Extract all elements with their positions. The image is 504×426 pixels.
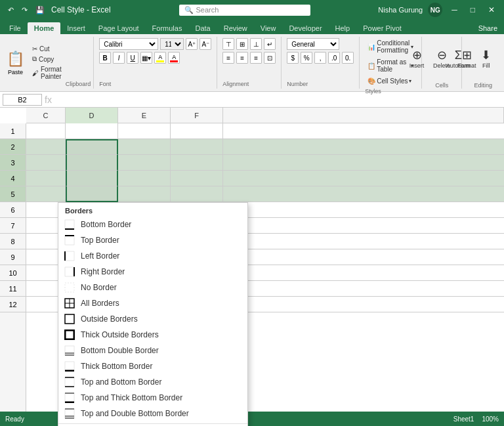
tab-view[interactable]: View	[254, 22, 283, 34]
cell-d4[interactable]	[66, 171, 118, 186]
share-button[interactable]: Share	[472, 22, 504, 34]
tab-insert[interactable]: Insert	[60, 22, 92, 34]
cell-c1[interactable]	[26, 123, 66, 139]
no-border-item[interactable]: No Border	[58, 280, 247, 295]
cell-f3[interactable]	[171, 155, 223, 171]
insert-button[interactable]: ⊕ Insert	[405, 48, 429, 70]
align-center-button[interactable]: ≡	[236, 52, 248, 64]
fill-button[interactable]: ⬇ Fill	[474, 48, 498, 70]
left-border-item[interactable]: Left Border	[58, 248, 247, 264]
cell-d1[interactable]	[66, 123, 118, 139]
bottom-border-item[interactable]: Bottom Border	[58, 217, 247, 232]
fill-color-button[interactable]: A	[154, 52, 166, 64]
svg-rect-25	[65, 409, 74, 418]
top-bottom-border-item[interactable]: Top and Bottom Border	[58, 374, 247, 390]
paste-button[interactable]: 📋 Paste	[3, 48, 28, 78]
col-header-f[interactable]: F	[171, 108, 223, 123]
font-name-select[interactable]: Calibri	[99, 38, 158, 50]
thick-bottom-border-item[interactable]: Thick Bottom Border	[58, 358, 247, 374]
font-color-button[interactable]: A	[168, 52, 180, 64]
cell-c5[interactable]	[26, 186, 66, 202]
thick-outside-borders-item[interactable]: Thick Outside Borders	[58, 327, 247, 343]
cell-e1[interactable]	[118, 123, 171, 139]
bottom-double-border-item[interactable]: Bottom Double Border	[58, 343, 247, 358]
number-format-select[interactable]: General	[287, 38, 339, 50]
cell-f4[interactable]	[171, 171, 223, 186]
search-box[interactable]: 🔍 Search	[179, 5, 310, 16]
align-bottom-button[interactable]: ⊥	[250, 38, 262, 50]
sheet-tab[interactable]: Sheet1	[453, 415, 474, 423]
name-box[interactable]	[3, 94, 42, 106]
cell-c4[interactable]	[26, 171, 66, 186]
sum-button[interactable]: Σ AutoSum	[444, 48, 473, 70]
col-header-e[interactable]: E	[118, 108, 171, 123]
tab-formulas[interactable]: Formulas	[146, 22, 189, 34]
italic-button[interactable]: I	[113, 52, 125, 64]
col-header-rest	[223, 108, 504, 123]
maximize-button[interactable]: □	[467, 4, 479, 16]
tab-review[interactable]: Review	[217, 22, 254, 34]
underline-button[interactable]: U	[127, 52, 138, 64]
tab-file[interactable]: File	[3, 22, 28, 34]
top-border-icon	[64, 234, 75, 246]
col-header-d[interactable]: D	[66, 108, 118, 123]
align-middle-button[interactable]: ⊞	[236, 38, 248, 50]
cut-button[interactable]: ✂Cut	[30, 45, 64, 53]
undo-icon[interactable]: ↶	[5, 5, 16, 16]
tab-data[interactable]: Data	[188, 22, 217, 34]
comma-button[interactable]: ,	[314, 52, 326, 64]
close-button[interactable]: ✕	[484, 4, 499, 16]
cell-c3[interactable]	[26, 155, 66, 171]
formula-input[interactable]	[54, 96, 501, 104]
cell-d5[interactable]	[66, 186, 118, 202]
cell-e5[interactable]	[118, 186, 171, 202]
cell-f5[interactable]	[171, 186, 223, 202]
tab-help[interactable]: Help	[329, 22, 357, 34]
merge-cells-button[interactable]: ⊡	[264, 52, 276, 64]
align-right-button[interactable]: ≡	[250, 52, 262, 64]
increase-decimal-button[interactable]: .0	[328, 52, 340, 64]
tab-developer[interactable]: Developer	[282, 22, 328, 34]
zoom-control[interactable]: 100%	[482, 415, 499, 423]
cell-e4[interactable]	[118, 171, 171, 186]
cell-e3[interactable]	[118, 155, 171, 171]
top-thick-bottom-border-item[interactable]: Top and Thick Bottom Border	[58, 390, 247, 406]
percent-button[interactable]: %	[301, 52, 312, 64]
align-left-button[interactable]: ≡	[222, 52, 234, 64]
save-icon[interactable]: 💾	[33, 5, 47, 16]
decrease-decimal-button[interactable]: 0.	[342, 52, 354, 64]
copy-button[interactable]: ⧉Copy	[30, 54, 64, 64]
ribbon-tabs: File Home Insert Page Layout Formulas Da…	[0, 20, 504, 34]
border-dropdown-button[interactable]: ▦▾	[140, 52, 152, 64]
tab-power-pivot[interactable]: Power Pivot	[356, 22, 408, 34]
title-bar: ↶ ↷ 💾 Cell Style - Excel 🔍 Search Nisha …	[0, 0, 504, 20]
align-top-button[interactable]: ⊤	[222, 38, 234, 50]
minimize-button[interactable]: ─	[448, 4, 461, 16]
cell-e2[interactable]	[118, 139, 171, 155]
decrease-font-button[interactable]: A⁻	[200, 38, 211, 50]
currency-button[interactable]: $	[287, 52, 299, 64]
top-border-item[interactable]: Top Border	[58, 232, 247, 248]
col-header-c[interactable]: C	[26, 108, 66, 123]
cell-f2[interactable]	[171, 139, 223, 155]
row-header-11: 11	[0, 281, 26, 297]
cell-c2[interactable]	[26, 139, 66, 155]
row-header-6: 6	[0, 202, 26, 218]
all-borders-item[interactable]: All Borders	[58, 295, 247, 311]
format-painter-button[interactable]: 🖌Format Painter	[30, 65, 64, 81]
redo-icon[interactable]: ↷	[19, 5, 30, 16]
tab-page-layout[interactable]: Page Layout	[92, 22, 146, 34]
clear-button[interactable]: 🗑 Clear	[499, 48, 504, 70]
tab-home[interactable]: Home	[28, 22, 61, 34]
top-double-bottom-border-item[interactable]: Top and Double Bottom Border	[58, 406, 247, 421]
user-avatar: NG	[428, 3, 442, 17]
cell-f1[interactable]	[171, 123, 223, 139]
font-size-select[interactable]: 11	[160, 38, 184, 50]
bold-button[interactable]: B	[99, 52, 111, 64]
increase-font-button[interactable]: A⁺	[186, 38, 198, 50]
outside-borders-item[interactable]: Outside Borders	[58, 311, 247, 327]
right-border-item[interactable]: Right Border	[58, 264, 247, 280]
cell-d3[interactable]	[66, 155, 118, 171]
wrap-text-button[interactable]: ↵	[264, 38, 276, 50]
cell-d2[interactable]	[66, 139, 118, 155]
